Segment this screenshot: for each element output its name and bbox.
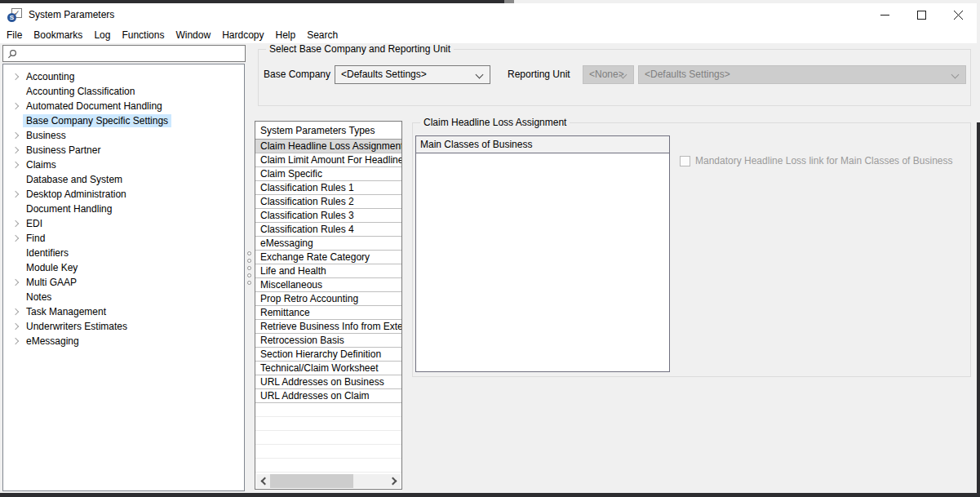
type-list-item[interactable]: Prop Retro Accounting bbox=[255, 292, 401, 306]
menu-item-file[interactable]: File bbox=[7, 29, 22, 41]
menu-item-functions[interactable]: Functions bbox=[122, 29, 164, 41]
type-list-item[interactable]: Classification Rules 3 bbox=[255, 209, 401, 223]
type-list-item[interactable]: Retrieve Business Info from External S bbox=[255, 320, 401, 334]
s-badge-icon bbox=[7, 13, 16, 22]
chevron-right-icon[interactable] bbox=[10, 148, 23, 153]
menu-bar: FileBookmarksLogFunctionsWindowHardcopyH… bbox=[0, 26, 977, 43]
menu-item-hardcopy[interactable]: Hardcopy bbox=[222, 29, 264, 41]
type-list-item[interactable]: Classification Rules 2 bbox=[255, 195, 401, 209]
menu-item-window[interactable]: Window bbox=[175, 29, 211, 41]
window-title: System Parameters bbox=[29, 9, 114, 20]
chevron-right-icon[interactable] bbox=[10, 192, 23, 197]
chevron-right-icon[interactable] bbox=[10, 162, 23, 167]
type-list-item[interactable]: URL Addresses on Claim bbox=[255, 389, 401, 403]
scroll-left-arrow[interactable] bbox=[256, 474, 270, 488]
type-list-item[interactable]: Miscellaneous bbox=[255, 278, 401, 292]
chevron-right-icon[interactable] bbox=[10, 104, 23, 109]
tree-item-label: Find bbox=[23, 232, 48, 245]
close-button[interactable] bbox=[940, 3, 977, 26]
tree-item-label: Notes bbox=[23, 291, 55, 304]
reporting-unit-label: Reporting Unit bbox=[508, 65, 570, 83]
tree-item-label: Task Management bbox=[23, 305, 109, 318]
tree-item[interactable]: Desktop Administration bbox=[3, 187, 244, 202]
tree-item[interactable]: Base Company Specific Settings bbox=[3, 113, 244, 128]
type-list-item[interactable]: Claim Limit Amount For Headline Loss bbox=[255, 153, 401, 167]
chevron-right-icon[interactable] bbox=[10, 309, 23, 314]
tree-item[interactable]: Database and System bbox=[3, 172, 244, 187]
tree-item[interactable]: Task Management bbox=[3, 304, 244, 319]
chevron-right-icon[interactable] bbox=[10, 339, 23, 344]
main-classes-column-header: Main Classes of Business bbox=[416, 136, 669, 153]
tree-item[interactable]: Notes bbox=[3, 290, 244, 304]
tree-item[interactable]: Underwriters Estimates bbox=[3, 319, 244, 334]
type-list-item[interactable]: Retrocession Basis bbox=[255, 334, 401, 348]
tree-item-label: Underwriters Estimates bbox=[23, 320, 131, 333]
reporting-unit-none-combobox: <None> bbox=[583, 65, 634, 84]
type-list-item[interactable]: Exchange Rate Category bbox=[255, 251, 401, 264]
mandatory-headline-loss-checkbox-row: Mandatory Headline Loss link for Main Cl… bbox=[680, 155, 952, 166]
chevron-right-icon[interactable] bbox=[10, 221, 23, 226]
tree-item[interactable]: Business bbox=[3, 128, 244, 143]
reporting-unit-settings-combobox: <Defaults Settings> bbox=[638, 65, 966, 84]
app-icon bbox=[7, 8, 24, 22]
navigation-tree: AccountingAccounting ClassificationAutom… bbox=[2, 64, 245, 491]
maximize-icon bbox=[917, 11, 926, 20]
tree-item[interactable]: Accounting bbox=[3, 69, 244, 84]
tree-item-label: Multi GAAP bbox=[23, 276, 80, 289]
claim-headline-loss-group-title: Claim Headline Loss Assignment bbox=[420, 117, 570, 128]
maximize-button[interactable] bbox=[903, 3, 940, 26]
horizontal-scrollbar bbox=[256, 474, 401, 488]
scrollbar-thumb[interactable] bbox=[270, 474, 353, 488]
tree-item-label: Identifiers bbox=[23, 246, 72, 260]
menu-item-log[interactable]: Log bbox=[94, 29, 110, 41]
tree-item-label: Business Partner bbox=[23, 144, 104, 157]
mandatory-headline-loss-checkbox-label: Mandatory Headline Loss link for Main Cl… bbox=[695, 155, 952, 166]
close-icon bbox=[954, 11, 963, 20]
chevron-right-icon[interactable] bbox=[10, 280, 23, 285]
tree-item-label: Module Key bbox=[23, 261, 81, 274]
base-company-combobox[interactable]: <Defaults Settings> bbox=[335, 65, 490, 84]
tree-item[interactable]: Accounting Classification bbox=[3, 84, 244, 99]
base-company-label: Base Company bbox=[264, 65, 330, 83]
type-list-item[interactable]: Classification Rules 4 bbox=[255, 223, 401, 237]
chevron-right-icon[interactable] bbox=[10, 133, 23, 138]
tree-item-label: Document Handling bbox=[23, 202, 115, 215]
tree-item-label: Accounting Classification bbox=[23, 85, 138, 98]
menu-item-search[interactable]: Search bbox=[307, 29, 338, 41]
tree-item[interactable]: eMessaging bbox=[3, 334, 244, 348]
type-list-item[interactable]: eMessaging bbox=[255, 237, 401, 251]
type-list-item[interactable]: Technical/Claim Worksheet bbox=[255, 362, 401, 375]
search-input[interactable] bbox=[17, 46, 245, 61]
type-list-item[interactable]: Claim Headline Loss Assignment bbox=[255, 140, 401, 153]
minimize-button[interactable] bbox=[867, 3, 903, 26]
tree-item-label: eMessaging bbox=[23, 335, 82, 348]
type-list-item[interactable]: Life and Health bbox=[255, 264, 401, 278]
tree-item[interactable]: Module Key bbox=[3, 260, 244, 275]
chevron-right-icon[interactable] bbox=[10, 236, 23, 241]
tree-item-label: Database and System bbox=[23, 173, 126, 186]
tree-item[interactable]: Document Handling bbox=[3, 202, 244, 216]
menu-item-bookmarks[interactable]: Bookmarks bbox=[33, 29, 82, 41]
tree-item[interactable]: Claims bbox=[3, 158, 244, 172]
type-list-item[interactable]: Claim Specific bbox=[255, 167, 401, 181]
tree-item[interactable]: Business Partner bbox=[3, 143, 244, 158]
tree-item[interactable]: Automated Document Handling bbox=[3, 99, 244, 113]
tree-item[interactable]: EDI bbox=[3, 216, 244, 231]
tree-item-label: Accounting bbox=[23, 70, 78, 83]
scroll-right-arrow[interactable] bbox=[387, 474, 401, 488]
type-list-item[interactable]: Classification Rules 1 bbox=[255, 181, 401, 195]
base-company-group: Select Base Company and Reporting Unit B… bbox=[258, 49, 971, 106]
tree-item[interactable]: Find bbox=[3, 231, 244, 246]
main-classes-list: Main Classes of Business bbox=[415, 135, 670, 372]
panel-splitter[interactable] bbox=[245, 251, 253, 289]
type-list-item[interactable]: Remittance bbox=[255, 306, 401, 320]
type-list-item[interactable]: URL Addresses on Business bbox=[255, 375, 401, 389]
chevron-right-icon[interactable] bbox=[10, 74, 23, 79]
minimize-icon bbox=[880, 11, 889, 20]
tree-item[interactable]: Multi GAAP bbox=[3, 275, 244, 290]
tree-item[interactable]: Identifiers bbox=[3, 246, 244, 260]
base-company-group-title: Select Base Company and Reporting Unit bbox=[266, 43, 454, 55]
type-list-item[interactable]: Section Hierarchy Definition bbox=[255, 348, 401, 362]
menu-item-help[interactable]: Help bbox=[275, 29, 295, 41]
chevron-right-icon[interactable] bbox=[10, 324, 23, 329]
